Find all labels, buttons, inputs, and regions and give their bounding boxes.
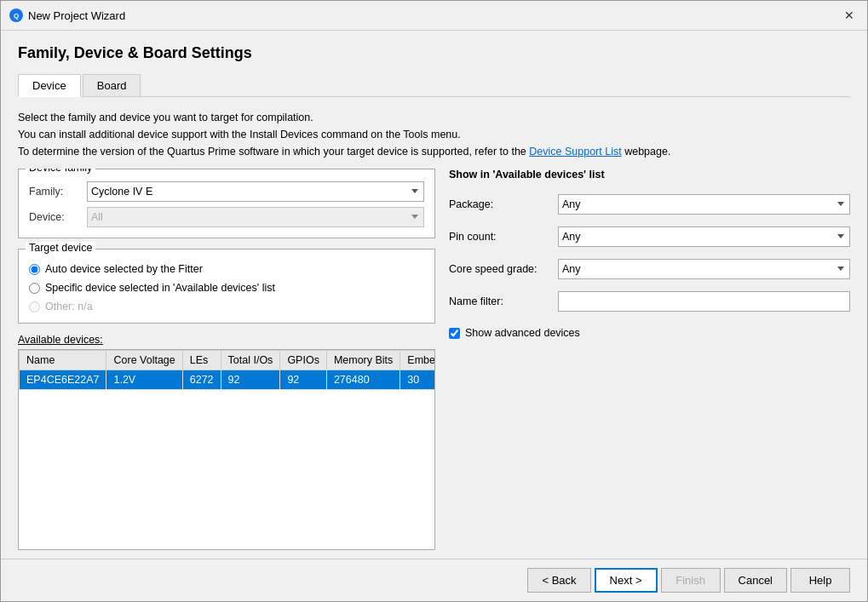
col-memory-bits: Memory Bits	[326, 351, 400, 370]
target-device-group: Target device Auto device selected by th…	[18, 249, 435, 324]
devices-table: Name Core Voltage LEs Total I/Os GPIOs M…	[19, 350, 435, 390]
pin-count-label: Pin count:	[449, 231, 551, 243]
radio-auto-input[interactable]	[29, 264, 40, 275]
show-advanced-label: Show advanced devices	[465, 327, 580, 339]
cell-les: 6272	[182, 370, 221, 390]
table-header-row: Name Core Voltage LEs Total I/Os GPIOs M…	[20, 351, 436, 370]
cancel-button[interactable]: Cancel	[724, 568, 787, 593]
info-line2: You can install additional device suppor…	[18, 126, 850, 143]
cell-embedded-mult: 30	[400, 370, 435, 390]
radio-other-input[interactable]	[29, 301, 40, 312]
right-panel: Show in 'Available devices' list Package…	[449, 169, 850, 550]
close-button[interactable]: ✕	[840, 6, 859, 25]
cell-memory-bits: 276480	[326, 370, 400, 390]
radio-specific-input[interactable]	[29, 283, 40, 294]
cell-name: EP4CE6E22A7	[20, 370, 106, 390]
device-row: Device: All	[29, 207, 424, 227]
pin-count-row: Pin count: Any	[449, 226, 850, 247]
device-select[interactable]: All	[87, 207, 424, 227]
device-family-group: Device family Family: Cyclone IV E Devic…	[18, 169, 435, 238]
show-advanced-row: Show advanced devices	[449, 327, 850, 339]
titlebar: Q New Project Wizard ✕	[1, 1, 867, 31]
show-advanced-checkbox[interactable]	[449, 328, 460, 339]
table-row[interactable]: EP4CE6E22A7 1.2V 6272 92 92 276480 30	[20, 370, 436, 390]
core-speed-label: Core speed grade:	[449, 263, 551, 275]
cell-core-voltage: 1.2V	[106, 370, 182, 390]
col-embedded-mult: Embedded multiplier 9-bit eleme	[400, 351, 435, 370]
show-available-title: Show in 'Available devices' list	[449, 169, 850, 181]
package-row: Package: Any	[449, 194, 850, 215]
main-panel: Device family Family: Cyclone IV E Devic…	[18, 169, 850, 550]
col-total-ios: Total I/Os	[221, 351, 280, 370]
titlebar-left: Q New Project Wizard	[9, 9, 125, 22]
page-title: Family, Device & Board Settings	[18, 44, 850, 62]
back-button[interactable]: < Back	[527, 568, 590, 593]
app-icon: Q	[9, 9, 23, 22]
available-devices-section: Available devices: Name Core Voltage LEs…	[18, 334, 435, 550]
footer: < Back Next > Finish Cancel Help	[1, 559, 867, 601]
radio-auto: Auto device selected by the Fitter	[29, 263, 424, 275]
window-title: New Project Wizard	[28, 9, 125, 22]
device-label: Device:	[29, 211, 80, 223]
devices-table-container[interactable]: Name Core Voltage LEs Total I/Os GPIOs M…	[18, 349, 435, 550]
col-gpios: GPIOs	[280, 351, 327, 370]
main-window: Q New Project Wizard ✕ Family, Device & …	[0, 0, 868, 602]
col-core-voltage: Core Voltage	[106, 351, 182, 370]
package-label: Package:	[449, 198, 551, 210]
cell-total-ios: 92	[221, 370, 280, 390]
pin-count-select[interactable]: Any	[558, 226, 850, 247]
content-area: Family, Device & Board Settings Device B…	[1, 31, 867, 559]
radio-other-label: Other: n/a	[45, 301, 93, 312]
radio-other: Other: n/a	[29, 301, 424, 312]
info-line3-suffix: webpage.	[622, 146, 671, 158]
radio-specific: Specific device selected in 'Available d…	[29, 282, 424, 294]
name-filter-label: Name filter:	[449, 295, 551, 307]
tab-board[interactable]: Board	[83, 74, 141, 96]
core-speed-row: Core speed grade: Any	[449, 259, 850, 279]
info-line1: Select the family and device you want to…	[18, 109, 850, 126]
info-line3-prefix: To determine the version of the Quartus …	[18, 146, 529, 158]
name-filter-row: Name filter:	[449, 291, 850, 312]
tab-device[interactable]: Device	[18, 74, 81, 97]
target-device-title: Target device	[26, 242, 95, 254]
radio-auto-label: Auto device selected by the Fitter	[45, 263, 203, 275]
device-support-link[interactable]: Device Support List	[529, 146, 621, 158]
finish-button[interactable]: Finish	[661, 568, 721, 593]
next-button[interactable]: Next >	[595, 568, 658, 593]
family-row: Family: Cyclone IV E	[29, 181, 424, 202]
tab-bar: Device Board	[18, 74, 850, 97]
info-line3: To determine the version of the Quartus …	[18, 143, 850, 160]
name-filter-input[interactable]	[558, 291, 850, 312]
family-label: Family:	[29, 186, 80, 198]
core-speed-select[interactable]: Any	[558, 259, 850, 279]
available-devices-label: Available devices:	[18, 334, 435, 346]
help-button[interactable]: Help	[790, 568, 850, 593]
cell-gpios: 92	[280, 370, 327, 390]
package-select[interactable]: Any	[558, 194, 850, 215]
family-select[interactable]: Cyclone IV E	[87, 181, 424, 202]
device-family-title: Device family	[26, 169, 95, 174]
radio-group: Auto device selected by the Fitter Speci…	[29, 263, 424, 312]
info-text: Select the family and device you want to…	[18, 109, 850, 160]
col-les: LEs	[182, 351, 221, 370]
col-name: Name	[20, 351, 106, 370]
radio-specific-label: Specific device selected in 'Available d…	[45, 282, 275, 294]
left-panel: Device family Family: Cyclone IV E Devic…	[18, 169, 435, 550]
svg-text:Q: Q	[14, 12, 19, 20]
